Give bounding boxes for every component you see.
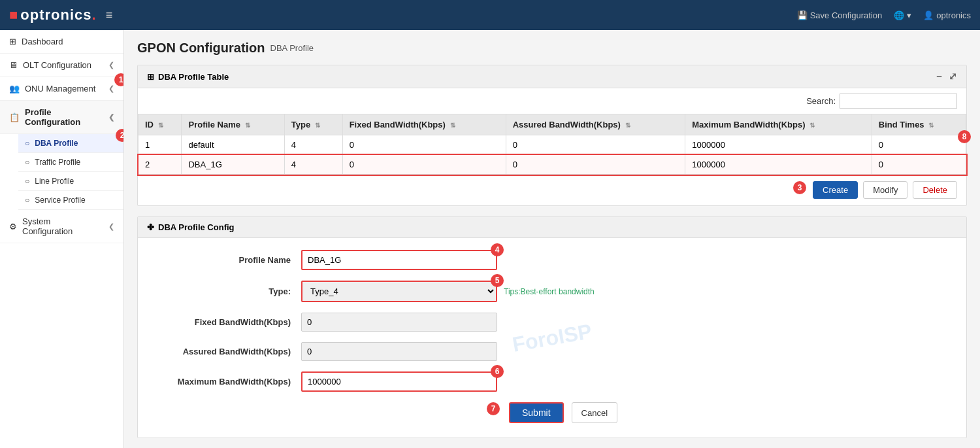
sidebar-label: System Configuration: [22, 216, 103, 236]
cancel-button[interactable]: Cancel: [572, 402, 617, 423]
chevron-left-icon: ❮: [108, 113, 114, 122]
page-subtitle: DBA Profile: [270, 43, 314, 53]
sidebar-item-service-profile[interactable]: ○ Service Profile: [18, 191, 123, 210]
sidebar-label: ONU Management: [25, 84, 95, 94]
sidebar-item-profile-config[interactable]: 📋 Profile Configuration ❮: [0, 101, 123, 134]
hamburger-menu[interactable]: ≡: [106, 9, 113, 22]
cell-bind-times: 0 8: [872, 135, 966, 155]
col-assured-bw: Assured BandWidth(Kbps) ⇅: [506, 114, 685, 135]
topnav-left: ■ optronics. ≡: [9, 7, 112, 24]
assured-bw-field: [301, 342, 497, 361]
annotation-badge-5: 5: [491, 274, 504, 287]
cell-assured-bw: 0: [506, 135, 685, 155]
sidebar-label: Service Profile: [35, 196, 85, 205]
save-icon: 💾: [797, 10, 808, 20]
chevron-left-icon: ❮: [108, 61, 114, 69]
sidebar-label: Traffic Profile: [35, 158, 80, 167]
assured-bw-label: Assured BandWidth(Kbps): [157, 347, 301, 356]
profile-icon: 📋: [9, 112, 20, 122]
max-bw-field: 6: [301, 371, 497, 392]
sidebar-label: Profile Configuration: [25, 107, 103, 127]
globe-icon: 🌐: [894, 10, 904, 20]
top-navigation: ■ optronics. ≡ 💾 Save Configuration 🌐 ▾ …: [0, 0, 980, 30]
sidebar-item-dashboard[interactable]: ⊞ Dashboard: [0, 30, 123, 54]
sidebar-item-line-profile[interactable]: ○ Line Profile: [18, 172, 123, 191]
form-card-header: ✤ DBA Profile Config: [138, 217, 966, 238]
main-content: GPON Configuration DBA Profile ⊞ DBA Pro…: [124, 30, 980, 448]
table-icon: ⊞: [147, 72, 154, 82]
sidebar-item-traffic-profile[interactable]: ○ Traffic Profile: [18, 153, 123, 172]
cell-max-bw: 1000000: [685, 135, 872, 155]
form-title: DBA Profile Config: [158, 222, 235, 232]
cell-type: 4: [284, 135, 342, 155]
assured-bw-input: [301, 342, 497, 361]
table-row[interactable]: 2 DBA_1G 4 0 0 1000000 0: [139, 155, 966, 175]
dba-table-card: ⊞ DBA Profile Table − ⤢ Search: ID ⇅ Pro…: [137, 65, 967, 206]
col-type: Type ⇅: [284, 114, 342, 135]
dba-form-card: ✤ DBA Profile Config ForoISP Profile Nam…: [137, 216, 967, 438]
type-select[interactable]: Type_1 Type_2 Type_3 Type_4 Type_5: [301, 281, 497, 302]
col-fixed-bw: Fixed BandWidth(Kbps) ⇅: [342, 114, 506, 135]
page-title-area: GPON Configuration DBA Profile: [137, 41, 967, 56]
onu-icon: 👥: [9, 84, 20, 94]
form-header-left: ✤ DBA Profile Config: [147, 222, 235, 232]
profile-name-label: Profile Name: [157, 255, 301, 265]
table-title: DBA Profile Table: [158, 72, 229, 82]
circle-icon: ○: [25, 139, 29, 148]
type-tip: Tips:Best-effort bandwidth: [504, 287, 595, 296]
sidebar-item-olt-config[interactable]: 🖥 OLT Configuration ❮: [0, 54, 123, 77]
modify-button[interactable]: Modify: [863, 181, 907, 199]
max-bw-input[interactable]: [301, 371, 497, 392]
search-label: Search:: [806, 96, 836, 106]
create-button[interactable]: Create: [813, 181, 858, 199]
type-field: Type_1 Type_2 Type_3 Type_4 Type_5 5: [301, 281, 497, 302]
minimize-icon[interactable]: −: [936, 71, 942, 82]
cell-profile-name: default: [182, 135, 284, 155]
annotation-badge-1: 1: [114, 73, 124, 86]
form-header-icon: ✤: [147, 222, 154, 232]
user-menu[interactable]: 👤 optronics: [923, 10, 971, 20]
type-label: Type:: [157, 286, 301, 296]
olt-icon: 🖥: [9, 60, 18, 70]
col-profile-name: Profile Name ⇅: [182, 114, 284, 135]
dba-profile-table: ID ⇅ Profile Name ⇅ Type ⇅ Fixed BandWid…: [138, 114, 966, 175]
circle-icon: ○: [25, 158, 29, 167]
table-row[interactable]: 1 default 4 0 0 1000000 0 8: [139, 135, 966, 155]
profile-name-input[interactable]: [301, 250, 497, 270]
user-icon: 👤: [923, 10, 934, 20]
expand-icon[interactable]: ⤢: [949, 71, 957, 82]
sidebar-item-dba-profile[interactable]: ○ DBA Profile 2: [18, 134, 123, 153]
form-actions: 7 Submit Cancel: [157, 402, 947, 423]
cell-id: 1: [139, 135, 182, 155]
logo-text: optronics.: [20, 7, 96, 24]
cell-bind-times: 0: [872, 155, 966, 175]
table-card-header: ⊞ DBA Profile Table − ⤢: [138, 65, 966, 88]
sidebar-label: OLT Configuration: [23, 60, 91, 70]
table-actions: 3 Create Modify Delete: [138, 175, 966, 205]
circle-icon: ○: [25, 177, 29, 186]
chevron-left-icon: ❮: [108, 84, 114, 93]
annotation-badge-6: 6: [491, 365, 504, 378]
form-row-type: Type: Type_1 Type_2 Type_3 Type_4 Type_5…: [157, 281, 947, 302]
table-header-right: − ⤢: [936, 71, 957, 82]
sidebar-label: Dashboard: [22, 37, 63, 46]
sidebar-item-onu-mgmt[interactable]: 👥 ONU Management ❮ 1: [0, 77, 123, 101]
topnav-right: 💾 Save Configuration 🌐 ▾ 👤 optronics: [797, 10, 971, 20]
profile-name-field: 4: [301, 250, 497, 270]
fixed-bw-label: Fixed BandWidth(Kbps): [157, 317, 301, 327]
sidebar-item-system-config[interactable]: ⚙ System Configuration ❮: [0, 210, 123, 243]
cell-type: 4: [284, 155, 342, 175]
chevron-left-icon: ❮: [108, 222, 114, 231]
col-bind-times: Bind Times ⇅: [872, 114, 966, 135]
submit-button[interactable]: Submit: [509, 402, 564, 423]
search-bar: Search:: [138, 88, 966, 114]
circle-icon: ○: [25, 196, 29, 205]
save-config-btn[interactable]: 💾 Save Configuration: [797, 10, 883, 20]
cell-fixed-bw: 0: [342, 135, 506, 155]
search-input[interactable]: [840, 94, 957, 109]
delete-button[interactable]: Delete: [913, 181, 957, 199]
language-selector[interactable]: 🌐 ▾: [894, 10, 911, 20]
fixed-bw-input: [301, 313, 497, 332]
cell-profile-name: DBA_1G: [182, 155, 284, 175]
gear-icon: ⚙: [9, 222, 17, 232]
